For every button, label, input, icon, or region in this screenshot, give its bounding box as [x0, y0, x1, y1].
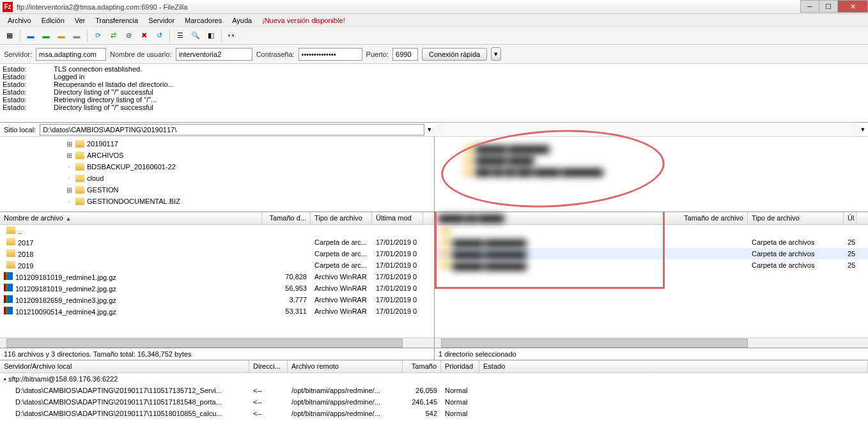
search-button[interactable]: 🔍	[189, 29, 203, 43]
local-list-header: Nombre de archivo Tamaño d... Tipo de ar…	[0, 212, 434, 225]
toggle-local-tree-button[interactable]: ▬	[39, 29, 53, 43]
file-row[interactable]: 101209181019_redmine1.jpg.gz70,828Archiv…	[0, 271, 434, 282]
file-row[interactable]: 2018Carpeta de arc...17/01/2019 0	[0, 248, 434, 259]
quickconnect-button[interactable]: Conexión rápida	[422, 48, 487, 61]
qcol-remote[interactable]: Archivo remoto	[288, 360, 403, 373]
log-message: Directory listing of "/" successful	[54, 104, 153, 111]
path-bar: Sitio local: ▾ ▾	[0, 123, 868, 137]
update-notice[interactable]: ¡Nueva versión disponible!	[262, 17, 345, 24]
log-message: Logged in	[54, 73, 84, 81]
port-label: Puerto:	[366, 50, 389, 58]
tree-item[interactable]: ·GESTIONDOCUMENTAL.BIZ	[1, 196, 433, 207]
maximize-button[interactable]: ☐	[819, 0, 838, 13]
col-remote-mod[interactable]: Úl	[844, 212, 856, 224]
reconnect-button[interactable]: ↺	[152, 29, 166, 43]
remote-path-input[interactable]	[437, 124, 858, 135]
queue-row[interactable]: D:\datos\CAMBIOS\ADAPTING\20190117\11051…	[0, 396, 868, 408]
tree-item[interactable]: ·BDSBACKUP_20160601-22	[1, 161, 433, 173]
file-row[interactable]: ▇▇▇▇▇▇ ▇▇▇▇▇▇▇▇Carpeta de archivos25	[435, 248, 868, 259]
local-tree[interactable]: ⊞20190117⊞ARCHIVOS·BDSBACKUP_20160601-22…	[0, 137, 434, 212]
file-row[interactable]: ..	[0, 225, 434, 236]
local-status: 116 archivos y 3 directorios. Tamaño tot…	[0, 348, 435, 360]
qcol-state[interactable]: Estado	[479, 360, 868, 373]
archive-icon	[4, 295, 13, 303]
folder-icon	[441, 249, 450, 257]
refresh-button[interactable]: ⟳	[91, 29, 105, 43]
local-path-dropdown[interactable]: ▾	[424, 125, 435, 134]
site-manager-button[interactable]: ▦	[3, 29, 17, 43]
log-pane[interactable]: Estado:TLS connection established.Estado…	[0, 64, 868, 123]
remote-hscroll[interactable]	[435, 337, 868, 348]
minimize-button[interactable]: ─	[800, 0, 819, 13]
toggle-queue-button[interactable]: ▬	[70, 29, 84, 43]
archive-icon	[4, 272, 13, 280]
col-remote-size[interactable]: Tamaño de archivo	[678, 212, 748, 224]
expand-icon[interactable]: ⊞	[65, 140, 73, 148]
pass-input[interactable]	[298, 48, 362, 61]
close-button[interactable]: ✕	[837, 0, 868, 13]
qcol-dir[interactable]: Direcci...	[249, 360, 288, 373]
remote-path-dropdown[interactable]: ▾	[858, 125, 868, 134]
user-label: Nombre de usuario:	[110, 50, 172, 58]
port-input[interactable]	[392, 48, 418, 61]
queue-server-row[interactable]: ▪ sftp://bitnami@158.69.176.36:6222	[0, 373, 868, 385]
find-button[interactable]: 👀	[225, 29, 239, 43]
menu-servidor[interactable]: Servidor	[143, 15, 180, 26]
tree-item[interactable]: ⊞GESTION	[1, 184, 433, 196]
col-size[interactable]: Tamaño d...	[262, 212, 311, 224]
expand-icon[interactable]: ⊞	[65, 151, 73, 160]
menu-transferencia[interactable]: Transferencia	[90, 15, 143, 26]
host-input[interactable]	[36, 48, 106, 61]
expand-icon[interactable]: ·	[65, 197, 73, 205]
transfer-queue[interactable]: ▪ sftp://bitnami@158.69.176.36:6222D:\da…	[0, 373, 868, 422]
file-row[interactable]: ▇▇▇▇▇▇ ▇▇▇▇▇▇▇▇Carpeta de archivos25	[435, 236, 868, 248]
file-row[interactable]: 101209181019_redmine2.jpg.gz56,953Archiv…	[0, 282, 434, 294]
file-row[interactable]: 101210090514_redmine4.jpg.gz53,311Archiv…	[0, 305, 434, 317]
file-row[interactable]: 2017Carpeta de arc...17/01/2019 0	[0, 236, 434, 248]
toggle-log-button[interactable]: ▬	[24, 29, 38, 43]
expand-icon[interactable]: ·	[65, 174, 73, 182]
remote-file-list[interactable]: ..▇▇▇▇▇▇ ▇▇▇▇▇▇▇▇Carpeta de archivos25▇▇…	[435, 225, 868, 337]
col-type[interactable]: Tipo de archivo	[311, 212, 372, 224]
tree-item[interactable]: ⊞20190117	[1, 138, 433, 150]
process-queue-button[interactable]: ⇄	[106, 29, 120, 43]
col-remote-type[interactable]: Tipo de archivo	[748, 212, 844, 224]
menu-edicion[interactable]: Edición	[36, 15, 70, 26]
col-remote-name[interactable]: ▇▇▇▇▇ ▇▇ ▇▇▇▇▇	[435, 212, 678, 224]
cancel-button[interactable]: ⊘	[121, 29, 136, 43]
queue-row[interactable]: D:\datos\CAMBIOS\ADAPTING\20190117\11051…	[0, 408, 868, 419]
toggle-remote-tree-button[interactable]: ▬	[54, 29, 68, 43]
user-input[interactable]	[176, 48, 252, 61]
file-row[interactable]: ▇▇▇▇▇▇ ▇▇▇▇▇▇▇▇Carpeta de archivos25	[435, 259, 868, 271]
tree-item[interactable]: ·cloud	[1, 173, 433, 184]
filter-button[interactable]: ☰	[173, 29, 187, 43]
folder-icon	[75, 186, 84, 194]
expand-icon[interactable]: ·	[65, 163, 73, 171]
remote-tree[interactable]: ▇▇▇▇▇▇ ▇▇▇▇▇▇▇▇ ▇▇▇▇▇▇ ▇▇▇▇▇ ▇▇▇ ▇▇ ▇▇ ▇…	[435, 137, 868, 212]
file-row[interactable]: 101209182659_redmine3.jpg.gz3,777Archivo…	[0, 294, 434, 305]
folder-icon	[6, 238, 15, 245]
menu-ver[interactable]: Ver	[70, 15, 91, 26]
col-mod[interactable]: Última mod	[372, 212, 423, 224]
log-message: TLS connection established.	[54, 65, 142, 73]
local-hscroll[interactable]	[0, 337, 434, 348]
tree-item[interactable]: ⊞ARCHIVOS	[1, 150, 433, 161]
file-row[interactable]: ..	[435, 225, 868, 236]
qcol-size[interactable]: Tamaño	[403, 360, 441, 373]
local-path-input[interactable]	[40, 124, 424, 135]
menu-archivo[interactable]: Archivo	[3, 15, 36, 26]
menu-ayuda[interactable]: Ayuda	[227, 15, 257, 26]
compare-button[interactable]: ◧	[204, 29, 218, 43]
folder-icon	[75, 174, 84, 182]
queue-row[interactable]: D:\datos\CAMBIOS\ADAPTING\20190117\11051…	[0, 385, 868, 396]
disconnect-button[interactable]: ✖	[137, 29, 151, 43]
local-file-list[interactable]: ..2017Carpeta de arc...17/01/2019 02018C…	[0, 225, 434, 337]
qcol-local[interactable]: Servidor/Archivo local	[0, 360, 249, 373]
expand-icon[interactable]: ⊞	[65, 186, 73, 194]
col-name[interactable]: Nombre de archivo	[0, 212, 262, 224]
menu-marcadores[interactable]: Marcadores	[180, 15, 227, 26]
archive-icon	[4, 307, 13, 314]
qcol-prio[interactable]: Prioridad	[441, 360, 479, 373]
quickconnect-dropdown[interactable]: ▾	[491, 47, 501, 61]
file-row[interactable]: 2019Carpeta de arc...17/01/2019 0	[0, 259, 434, 271]
